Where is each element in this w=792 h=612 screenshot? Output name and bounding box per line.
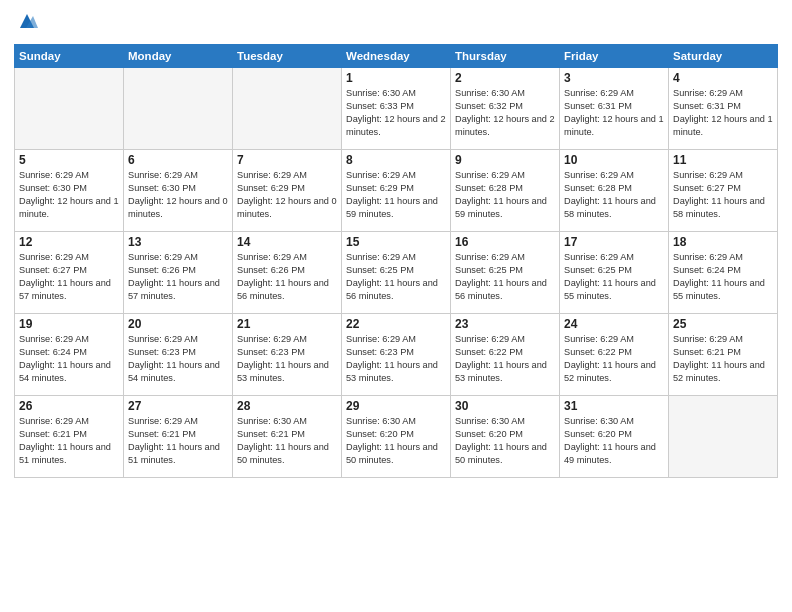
weekday-header-cell: Friday	[560, 45, 669, 68]
calendar-cell: 29Sunrise: 6:30 AM Sunset: 6:20 PM Dayli…	[342, 396, 451, 478]
day-info: Sunrise: 6:29 AM Sunset: 6:25 PM Dayligh…	[346, 251, 446, 303]
calendar-cell: 14Sunrise: 6:29 AM Sunset: 6:26 PM Dayli…	[233, 232, 342, 314]
day-number: 27	[128, 399, 228, 413]
day-info: Sunrise: 6:30 AM Sunset: 6:20 PM Dayligh…	[346, 415, 446, 467]
calendar-table: SundayMondayTuesdayWednesdayThursdayFrid…	[14, 44, 778, 478]
day-info: Sunrise: 6:29 AM Sunset: 6:31 PM Dayligh…	[673, 87, 773, 139]
day-number: 22	[346, 317, 446, 331]
day-number: 31	[564, 399, 664, 413]
calendar-cell	[124, 68, 233, 150]
day-number: 12	[19, 235, 119, 249]
logo	[14, 10, 38, 36]
day-info: Sunrise: 6:30 AM Sunset: 6:20 PM Dayligh…	[455, 415, 555, 467]
day-number: 3	[564, 71, 664, 85]
calendar-cell: 23Sunrise: 6:29 AM Sunset: 6:22 PM Dayli…	[451, 314, 560, 396]
calendar-cell: 4Sunrise: 6:29 AM Sunset: 6:31 PM Daylig…	[669, 68, 778, 150]
day-number: 1	[346, 71, 446, 85]
day-number: 8	[346, 153, 446, 167]
day-info: Sunrise: 6:29 AM Sunset: 6:24 PM Dayligh…	[19, 333, 119, 385]
calendar-cell: 22Sunrise: 6:29 AM Sunset: 6:23 PM Dayli…	[342, 314, 451, 396]
day-info: Sunrise: 6:29 AM Sunset: 6:28 PM Dayligh…	[455, 169, 555, 221]
day-number: 19	[19, 317, 119, 331]
day-number: 23	[455, 317, 555, 331]
day-info: Sunrise: 6:29 AM Sunset: 6:29 PM Dayligh…	[346, 169, 446, 221]
header	[14, 10, 778, 36]
day-number: 10	[564, 153, 664, 167]
calendar-cell: 10Sunrise: 6:29 AM Sunset: 6:28 PM Dayli…	[560, 150, 669, 232]
calendar-cell: 18Sunrise: 6:29 AM Sunset: 6:24 PM Dayli…	[669, 232, 778, 314]
day-number: 14	[237, 235, 337, 249]
calendar-cell: 30Sunrise: 6:30 AM Sunset: 6:20 PM Dayli…	[451, 396, 560, 478]
day-info: Sunrise: 6:29 AM Sunset: 6:30 PM Dayligh…	[128, 169, 228, 221]
weekday-header-cell: Monday	[124, 45, 233, 68]
calendar-cell: 6Sunrise: 6:29 AM Sunset: 6:30 PM Daylig…	[124, 150, 233, 232]
calendar-cell	[669, 396, 778, 478]
day-number: 6	[128, 153, 228, 167]
day-info: Sunrise: 6:29 AM Sunset: 6:23 PM Dayligh…	[346, 333, 446, 385]
day-number: 28	[237, 399, 337, 413]
day-info: Sunrise: 6:29 AM Sunset: 6:28 PM Dayligh…	[564, 169, 664, 221]
day-info: Sunrise: 6:29 AM Sunset: 6:21 PM Dayligh…	[128, 415, 228, 467]
calendar-cell: 24Sunrise: 6:29 AM Sunset: 6:22 PM Dayli…	[560, 314, 669, 396]
calendar-cell: 16Sunrise: 6:29 AM Sunset: 6:25 PM Dayli…	[451, 232, 560, 314]
day-number: 30	[455, 399, 555, 413]
calendar-cell: 25Sunrise: 6:29 AM Sunset: 6:21 PM Dayli…	[669, 314, 778, 396]
day-info: Sunrise: 6:29 AM Sunset: 6:23 PM Dayligh…	[128, 333, 228, 385]
day-info: Sunrise: 6:29 AM Sunset: 6:26 PM Dayligh…	[128, 251, 228, 303]
calendar-cell: 5Sunrise: 6:29 AM Sunset: 6:30 PM Daylig…	[15, 150, 124, 232]
calendar-cell: 8Sunrise: 6:29 AM Sunset: 6:29 PM Daylig…	[342, 150, 451, 232]
calendar-cell: 17Sunrise: 6:29 AM Sunset: 6:25 PM Dayli…	[560, 232, 669, 314]
day-number: 29	[346, 399, 446, 413]
calendar-cell: 27Sunrise: 6:29 AM Sunset: 6:21 PM Dayli…	[124, 396, 233, 478]
calendar-week-row: 1Sunrise: 6:30 AM Sunset: 6:33 PM Daylig…	[15, 68, 778, 150]
calendar-cell: 26Sunrise: 6:29 AM Sunset: 6:21 PM Dayli…	[15, 396, 124, 478]
weekday-header-cell: Wednesday	[342, 45, 451, 68]
day-info: Sunrise: 6:29 AM Sunset: 6:27 PM Dayligh…	[673, 169, 773, 221]
day-number: 26	[19, 399, 119, 413]
calendar-cell: 1Sunrise: 6:30 AM Sunset: 6:33 PM Daylig…	[342, 68, 451, 150]
weekday-header-cell: Thursday	[451, 45, 560, 68]
calendar-cell: 31Sunrise: 6:30 AM Sunset: 6:20 PM Dayli…	[560, 396, 669, 478]
day-info: Sunrise: 6:29 AM Sunset: 6:25 PM Dayligh…	[564, 251, 664, 303]
calendar-cell	[15, 68, 124, 150]
day-info: Sunrise: 6:29 AM Sunset: 6:21 PM Dayligh…	[673, 333, 773, 385]
day-number: 24	[564, 317, 664, 331]
calendar-week-row: 5Sunrise: 6:29 AM Sunset: 6:30 PM Daylig…	[15, 150, 778, 232]
logo-icon	[16, 10, 38, 32]
day-info: Sunrise: 6:29 AM Sunset: 6:22 PM Dayligh…	[564, 333, 664, 385]
weekday-header-cell: Tuesday	[233, 45, 342, 68]
calendar-cell: 11Sunrise: 6:29 AM Sunset: 6:27 PM Dayli…	[669, 150, 778, 232]
weekday-header-row: SundayMondayTuesdayWednesdayThursdayFrid…	[15, 45, 778, 68]
calendar-cell: 21Sunrise: 6:29 AM Sunset: 6:23 PM Dayli…	[233, 314, 342, 396]
day-info: Sunrise: 6:29 AM Sunset: 6:21 PM Dayligh…	[19, 415, 119, 467]
day-number: 5	[19, 153, 119, 167]
calendar-cell: 19Sunrise: 6:29 AM Sunset: 6:24 PM Dayli…	[15, 314, 124, 396]
calendar-cell	[233, 68, 342, 150]
day-number: 20	[128, 317, 228, 331]
calendar-week-row: 12Sunrise: 6:29 AM Sunset: 6:27 PM Dayli…	[15, 232, 778, 314]
day-info: Sunrise: 6:29 AM Sunset: 6:25 PM Dayligh…	[455, 251, 555, 303]
calendar-cell: 20Sunrise: 6:29 AM Sunset: 6:23 PM Dayli…	[124, 314, 233, 396]
calendar-cell: 7Sunrise: 6:29 AM Sunset: 6:29 PM Daylig…	[233, 150, 342, 232]
day-number: 4	[673, 71, 773, 85]
day-info: Sunrise: 6:29 AM Sunset: 6:31 PM Dayligh…	[564, 87, 664, 139]
day-number: 7	[237, 153, 337, 167]
day-number: 25	[673, 317, 773, 331]
day-number: 15	[346, 235, 446, 249]
weekday-header-cell: Saturday	[669, 45, 778, 68]
day-info: Sunrise: 6:29 AM Sunset: 6:22 PM Dayligh…	[455, 333, 555, 385]
day-info: Sunrise: 6:30 AM Sunset: 6:21 PM Dayligh…	[237, 415, 337, 467]
day-info: Sunrise: 6:29 AM Sunset: 6:26 PM Dayligh…	[237, 251, 337, 303]
day-number: 21	[237, 317, 337, 331]
day-info: Sunrise: 6:29 AM Sunset: 6:30 PM Dayligh…	[19, 169, 119, 221]
calendar-cell: 13Sunrise: 6:29 AM Sunset: 6:26 PM Dayli…	[124, 232, 233, 314]
day-info: Sunrise: 6:30 AM Sunset: 6:32 PM Dayligh…	[455, 87, 555, 139]
day-info: Sunrise: 6:30 AM Sunset: 6:33 PM Dayligh…	[346, 87, 446, 139]
day-info: Sunrise: 6:29 AM Sunset: 6:27 PM Dayligh…	[19, 251, 119, 303]
day-info: Sunrise: 6:30 AM Sunset: 6:20 PM Dayligh…	[564, 415, 664, 467]
day-number: 17	[564, 235, 664, 249]
calendar-body: 1Sunrise: 6:30 AM Sunset: 6:33 PM Daylig…	[15, 68, 778, 478]
calendar-cell: 2Sunrise: 6:30 AM Sunset: 6:32 PM Daylig…	[451, 68, 560, 150]
calendar-week-row: 19Sunrise: 6:29 AM Sunset: 6:24 PM Dayli…	[15, 314, 778, 396]
day-number: 9	[455, 153, 555, 167]
